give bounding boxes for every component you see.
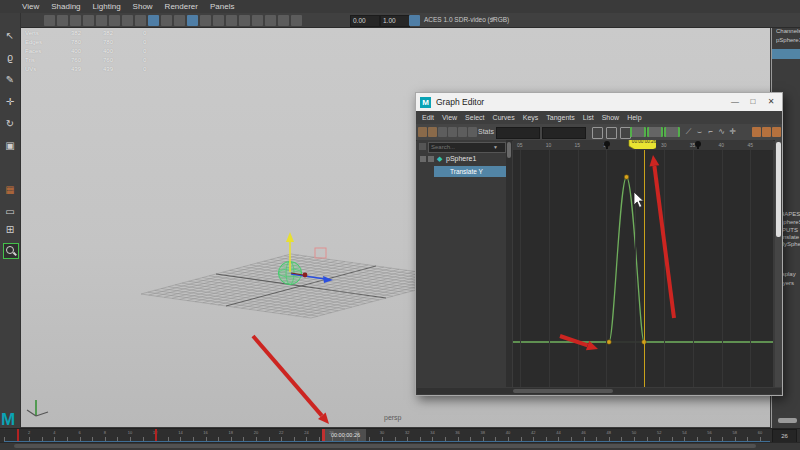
color-management-toggle-icon[interactable] [409, 15, 420, 26]
graph-editor-titlebar[interactable]: M Graph Editor —□✕ [416, 93, 782, 111]
ge-menu-curves[interactable]: Curves [493, 114, 515, 121]
linear-tangent-icon[interactable]: ⟋ [684, 127, 693, 137]
animation-curve[interactable] [513, 148, 773, 387]
retime-tool-icon[interactable] [458, 127, 467, 137]
snap-curve-icon[interactable] [96, 15, 107, 26]
outliner-scrollbar[interactable] [506, 140, 512, 387]
gamma-field[interactable]: 1.00 [380, 15, 410, 27]
scale-tool-icon[interactable]: ▣ [3, 139, 17, 153]
region-select-icon[interactable] [448, 127, 457, 137]
grid-line-vertical [693, 150, 694, 387]
menu-renderer[interactable]: Renderer [165, 2, 198, 11]
menu-view[interactable]: View [22, 2, 39, 11]
auto-tangent-icon[interactable] [630, 127, 646, 137]
stats-time-field[interactable] [496, 127, 540, 139]
menu-panels[interactable]: Panels [210, 2, 234, 11]
toggle-texture-icon[interactable] [239, 15, 250, 26]
current-frame-field[interactable]: 26 [772, 429, 797, 443]
range-slider-handle[interactable] [14, 444, 756, 448]
bookmark-pin-icon[interactable] [604, 141, 610, 147]
layout-four-pane-icon[interactable]: ⊞ [3, 223, 17, 237]
search-dropdown-arrow-icon[interactable]: ▼ [493, 144, 498, 150]
zoom-tool-icon[interactable] [3, 243, 19, 259]
pre-infinity-cycle-icon[interactable] [772, 127, 781, 137]
outliner-channel-row-selected[interactable]: Translate Y [434, 166, 507, 177]
rotate-tool-icon[interactable]: ↻ [3, 117, 17, 131]
layout-single-pane-icon[interactable]: ▭ [3, 205, 17, 219]
snap-view-plane-icon[interactable] [135, 15, 146, 26]
plateau-tangent-icon[interactable]: ∿ [717, 127, 726, 137]
ipr-render-icon[interactable] [200, 15, 211, 26]
toggle-lights-icon[interactable] [252, 15, 263, 26]
close-button[interactable]: ✕ [763, 95, 779, 109]
move-nearest-picked-key-icon[interactable] [418, 127, 427, 137]
curve-graph-area[interactable]: 051015202530354045 00:00:00:26 [513, 140, 773, 387]
current-time-line[interactable] [644, 150, 645, 387]
make-live-icon[interactable] [148, 15, 159, 26]
ge-menu-show[interactable]: Show [602, 114, 620, 121]
channel-box-selected-row[interactable] [772, 49, 800, 59]
paint-select-tool-icon[interactable]: ✎ [3, 73, 17, 87]
frame-number: 50 [632, 430, 636, 435]
menu-show[interactable]: Show [133, 2, 153, 11]
menu-lighting[interactable]: Lighting [93, 2, 121, 11]
swap-buffer-curve-icon[interactable] [762, 127, 771, 137]
construction-history-icon[interactable] [161, 15, 172, 26]
selection-mask-hierarchy-icon[interactable] [44, 15, 55, 26]
buffer-curve-snapshot-icon[interactable] [752, 127, 761, 137]
filter-icon[interactable] [419, 143, 426, 150]
select-tool-icon[interactable]: ↖ [3, 29, 17, 43]
stats-value-field[interactable] [542, 127, 586, 139]
mute-toggle-icon[interactable] [428, 156, 434, 162]
arnold-icon[interactable] [291, 15, 302, 26]
bookmark-pin-icon[interactable] [695, 141, 701, 147]
pause-viewport-icon[interactable] [226, 15, 237, 26]
frame-all-icon[interactable] [592, 127, 603, 139]
ge-menu-view[interactable]: View [442, 114, 457, 121]
display-toggle-icon[interactable] [420, 156, 426, 162]
menu-shading[interactable]: Shading [51, 2, 80, 11]
graph-editor-window[interactable]: M Graph Editor —□✕ EditViewSelectCurvesK… [415, 92, 783, 396]
selection-mask-component-icon[interactable] [70, 15, 81, 26]
outliner-object-row[interactable]: pSphere1 [446, 155, 476, 162]
time-slider[interactable]: 00:00:00:26 2468101214161820222426283032… [0, 428, 800, 443]
range-slider[interactable] [0, 442, 800, 450]
flat-tangent-icon[interactable]: ⌣ [695, 127, 704, 137]
move-tool-icon[interactable]: ✛ [3, 95, 17, 109]
graph-vertical-scrollbar[interactable] [775, 140, 782, 387]
last-used-tool-icon[interactable]: ▦ [3, 183, 17, 197]
ge-menu-help[interactable]: Help [627, 114, 641, 121]
step-tangent-icon[interactable]: ⌐ [706, 127, 715, 137]
ge-menu-keys[interactable]: Keys [523, 114, 539, 121]
selection-mask-object-icon[interactable] [57, 15, 68, 26]
graph-horizontal-scrollbar[interactable] [417, 388, 781, 394]
render-current-frame-icon[interactable] [187, 15, 198, 26]
colorspace-dropdown[interactable]: ACES 1.0 SDR-video (sRGB) [424, 16, 509, 23]
break-tangents-icon[interactable]: ✛ [728, 127, 737, 137]
ge-menu-select[interactable]: Select [465, 114, 484, 121]
lattice-deform-keys-icon[interactable] [438, 127, 447, 137]
snap-grid-icon[interactable] [83, 15, 94, 26]
ge-menu-list[interactable]: List [583, 114, 594, 121]
current-time-flag[interactable]: 00:00:00:26 [626, 140, 656, 149]
open-render-view-icon[interactable] [174, 15, 185, 26]
render-settings-icon[interactable] [213, 15, 224, 26]
snap-projected-center-icon[interactable] [122, 15, 133, 26]
minimize-button[interactable]: — [727, 95, 743, 109]
spline-tangent-icon[interactable] [647, 127, 663, 137]
exposure-field[interactable]: 0.00 [350, 15, 380, 27]
clamped-tangent-icon[interactable] [664, 127, 680, 137]
ge-menu-edit[interactable]: Edit [422, 114, 434, 121]
mini-scrollbar[interactable] [778, 418, 797, 423]
bifrost-icon[interactable] [278, 15, 289, 26]
frame-playback-range-icon[interactable] [606, 127, 617, 139]
snap-point-icon[interactable] [109, 15, 120, 26]
lasso-select-tool-icon[interactable]: ϱ [3, 51, 17, 65]
maximize-button[interactable]: □ [745, 95, 761, 109]
frame-tick [306, 437, 307, 441]
colorspace-dropdown-arrow-icon[interactable]: ▼ [490, 16, 496, 22]
insert-keys-icon[interactable] [428, 127, 437, 137]
snap-time-icon[interactable] [468, 127, 477, 137]
xgen-icon[interactable] [265, 15, 276, 26]
ge-menu-tangents[interactable]: Tangents [546, 114, 574, 121]
